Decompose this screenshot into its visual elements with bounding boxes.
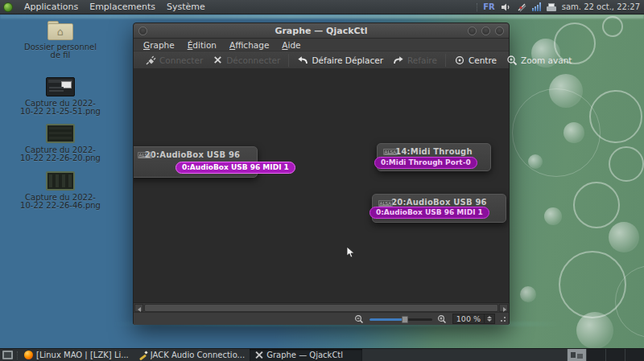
desktop-icon-label: Capture du 2022- 10-22 22-26-20.png [20,146,101,162]
wallpaper-circle [609,146,644,182]
desktop-icon-label: Capture du 2022- 10-22 21-25-51.png [20,100,101,116]
spin-up-arrow[interactable] [487,316,492,318]
wallpaper-circle [544,207,562,225]
undo-icon [297,55,308,65]
horizontal-scrollbar[interactable] [134,303,509,313]
redo-icon [393,55,404,65]
window-title: Graphe — QjackCtl [134,26,509,36]
top-panel: Applications Emplacements Système FR sam [0,0,644,14]
center-button[interactable]: Centre [450,53,501,68]
jack-tool-icon [138,351,147,359]
alsa-badge: ALSA [138,152,152,158]
taskbar-separator [17,351,18,359]
folder-icon: ⌂ [47,21,73,40]
window-menubar: Graphe Édition Affichage Aide [134,39,509,51]
show-desktop-button[interactable] [2,351,13,359]
workspace-switcher [567,349,644,361]
toolbar-separator [288,54,289,67]
node-title: 20:AudioBox USB 96 [134,147,257,159]
alsa-badge: ALSA [378,200,393,207]
screenshot-thumbnail-icon [46,124,75,143]
scroll-left-arrow[interactable] [134,304,143,312]
magnifier-plus-icon [506,55,518,66]
zoom-percent-spinbox[interactable]: 100 % [452,314,495,324]
task-qjackctl-graph[interactable]: Graphe — QjackCtl [250,349,362,361]
maximize-button[interactable] [481,27,490,35]
zoom-in-button[interactable] [436,314,448,324]
scrollbar-thumb[interactable] [144,304,498,312]
window-toolbar: Connecter Déconnecter Défaire Déplacer [134,51,509,69]
menu-applications[interactable]: Applications [24,2,78,12]
tray-separator [477,3,477,11]
disconnect-x-icon [213,55,223,65]
system-tray: FR sam. 22 oct., 22:27 [477,2,644,12]
wallpaper-circle [512,88,601,177]
magnifier-plus-icon [437,314,448,324]
desktop-icon-label: Dossier personnel de fil [24,43,97,59]
undo-button[interactable]: Défaire Déplacer [293,53,387,67]
panel-clock[interactable]: sam. 22 oct., 22:27 [562,2,640,11]
center-target-icon [454,55,465,66]
window-resize-grip[interactable] [500,316,506,322]
distro-logo-icon[interactable] [3,2,13,12]
alsa-badge: ALSA [383,149,398,155]
screen: Applications Emplacements Système FR sam [0,0,644,361]
connect-button[interactable]: Connecter [141,53,207,68]
wallpaper-circle [602,16,623,37]
qjackctl-tray-icon[interactable] [517,2,526,12]
menu-emplacements[interactable]: Emplacements [89,2,155,12]
desktop-icon-screenshot-3[interactable]: Capture du 2022- 10-22 22-26-46.png [4,171,117,210]
print-queue-icon[interactable] [547,3,556,11]
wallpaper-circle [520,286,536,302]
qjackctl-graph-window: Graphe — QjackCtl Graphe Édition Afficha… [133,23,510,324]
wallpaper-circle [576,312,613,349]
port-audiobox-midi-right[interactable]: 0:AudioBox USB 96 MIDI 1 [369,207,489,219]
menu-aide[interactable]: Aide [275,40,307,50]
window-menu-button[interactable] [138,27,147,35]
zoom-out-button[interactable] [353,314,365,324]
menu-affichage[interactable]: Affichage [223,40,275,50]
volume-icon[interactable] [501,2,511,12]
window-statusbar: 100 % [134,313,509,325]
workspace-3[interactable] [605,349,625,361]
desktop-icon-home-folder[interactable]: ⌂ Dossier personnel de fil [4,21,117,59]
port-midi-through[interactable]: 0:Midi Through Port-0 [374,157,477,169]
close-button[interactable] [495,27,504,35]
screenshot-thumbnail-icon [46,171,75,191]
zoom-slider-handle[interactable] [402,316,408,323]
workspace-1[interactable] [567,349,586,361]
zoom-in-toolbar-button[interactable]: Zoom avant [502,53,576,68]
port-audiobox-midi-left[interactable]: 0:AudioBox USB 96 MIDI 1 [175,162,295,174]
wallpaper-circle [609,222,639,252]
desktop-icon-screenshot-1[interactable]: Capture du 2022- 10-22 21-25-51.png [4,77,117,116]
wallpaper-circle [528,154,543,169]
wallpaper-highlight-band [0,14,644,18]
panel-menus: Applications Emplacements Système [0,2,205,12]
zoom-slider[interactable] [369,314,432,324]
zoom-percent-value: 100 % [453,314,484,323]
magnifier-minus-icon [354,314,365,324]
plug-icon [145,55,156,66]
firefox-icon [24,351,33,359]
desktop-icon-label: Capture du 2022- 10-22 22-26-46.png [20,194,101,210]
graph-canvas[interactable]: ALSA 20:AudioBox USB 96 0:AudioBox USB 9… [134,69,509,303]
menu-edition[interactable]: Édition [181,40,223,50]
scroll-right-arrow[interactable] [499,304,508,312]
disconnect-button[interactable]: Déconnecter [208,53,284,67]
graph-asterisk-icon [254,351,263,359]
menu-graphe[interactable]: Graphe [137,40,181,50]
workspace-4[interactable] [625,349,644,361]
taskbar: [Linux MAO | [LZK] Li... JACK Audio Conn… [0,348,644,361]
spin-down-arrow[interactable] [487,319,492,322]
screenshot-thumbnail-icon [46,77,75,96]
keyboard-layout-indicator[interactable]: FR [483,2,495,11]
workspace-2[interactable] [586,349,605,361]
task-jack-connections[interactable]: JACK Audio Connectio... [134,349,250,361]
menu-systeme[interactable]: Système [167,2,205,12]
desktop-icon-screenshot-2[interactable]: Capture du 2022- 10-22 22-26-20.png [4,124,117,162]
window-titlebar[interactable]: Graphe — QjackCtl [134,23,509,39]
network-monitor-icon[interactable] [532,2,541,11]
redo-button[interactable]: Refaire [389,53,441,67]
minimize-button[interactable] [468,27,477,35]
task-firefox[interactable]: [Linux MAO | [LZK] Li... [19,349,134,361]
